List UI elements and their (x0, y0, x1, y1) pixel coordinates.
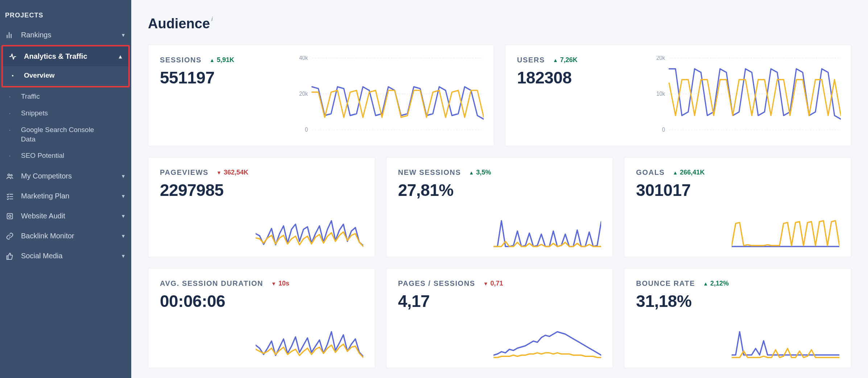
sidebar-sub-label: SEO Potential (21, 151, 64, 160)
sidebar-sub-label: Google Search Console Data (21, 125, 109, 144)
activity-icon (8, 53, 17, 61)
metric-label: SESSIONS (160, 56, 202, 64)
thumb-icon (5, 252, 15, 260)
chevron-down-icon: ▾ (122, 193, 125, 200)
metric-label: USERS (517, 56, 545, 64)
svg-rect-2 (7, 213, 13, 219)
card-pages-sessions[interactable]: PAGES / SESSIONS ▼0,71 4,17 (386, 268, 613, 368)
svg-text:10k: 10k (656, 91, 665, 97)
bars-icon (5, 31, 15, 39)
sidebar-item-analytics-traffic[interactable]: Analytics & Traffic ▴ (3, 46, 128, 66)
triangle-down-icon: ▼ (271, 281, 276, 287)
people-icon (5, 172, 15, 180)
sparkline-avg-duration (256, 329, 363, 361)
info-icon[interactable]: i (211, 16, 213, 22)
sidebar-sub-seo-potential[interactable]: · SEO Potential (0, 147, 131, 164)
page-title-text: Audience (148, 16, 210, 32)
triangle-down-icon: ▼ (483, 281, 488, 287)
triangle-up-icon: ▲ (673, 170, 678, 176)
sidebar-item-backlink-monitor[interactable]: Backlink Monitor ▾ (0, 226, 131, 246)
metric-value: 00:06:06 (160, 291, 363, 311)
sidebar-subnav-analytics-rest: · Traffic · Snippets · Google Search Con… (0, 87, 131, 166)
svg-text:20k: 20k (299, 91, 308, 97)
metric-label: NEW SESSIONS (398, 168, 461, 177)
sidebar-item-label: Analytics & Traffic (24, 52, 87, 61)
metric-delta: ▼0,71 (483, 280, 503, 287)
sidebar-section-label: PROJECTS (0, 12, 131, 25)
sidebar-item-label: Social Media (21, 252, 63, 260)
chevron-down-icon: ▾ (122, 233, 125, 239)
chart-users: 010k20k (651, 56, 841, 135)
card-avg-session-duration[interactable]: AVG. SESSION DURATION ▼10s 00:06:06 (148, 268, 375, 368)
svg-text:20k: 20k (656, 56, 665, 61)
checklist-icon (5, 192, 15, 200)
chevron-down-icon: ▾ (122, 173, 125, 180)
metric-value: 301017 (636, 180, 839, 200)
audit-icon (5, 212, 15, 220)
triangle-down-icon: ▼ (216, 170, 222, 176)
sparkline-bounce-rate (732, 329, 839, 361)
main-content: Audience i SESSIONS ▲5,91K 551197 020k40… (131, 0, 868, 378)
card-pageviews[interactable]: PAGEVIEWS ▼362,54K 2297985 (148, 157, 375, 257)
svg-text:40k: 40k (299, 56, 308, 61)
triangle-up-icon: ▲ (469, 170, 474, 176)
sparkline-pageviews (256, 218, 363, 250)
metric-value: 4,17 (398, 291, 602, 311)
metric-value: 27,81% (398, 180, 602, 200)
card-users[interactable]: USERS ▲7,26K 182308 010k20k (505, 45, 851, 146)
sidebar-item-social-media[interactable]: Social Media ▾ (0, 246, 131, 266)
metric-delta: ▼10s (271, 280, 289, 287)
sparkline-new-sessions (493, 218, 601, 250)
metric-delta: ▲266,41K (673, 169, 704, 176)
metric-delta: ▲7,26K (553, 56, 578, 64)
metric-delta: ▲2,12% (703, 280, 729, 287)
metric-value: 2297985 (160, 180, 363, 200)
sparkline-goals (732, 218, 839, 250)
sidebar-item-label: Rankings (21, 31, 51, 39)
sidebar-sub-label: Traffic (21, 92, 40, 101)
metric-label: BOUNCE RATE (636, 279, 695, 288)
sparkline-pages-sessions (493, 329, 601, 361)
card-new-sessions[interactable]: NEW SESSIONS ▲3,5% 27,81% (386, 157, 613, 257)
sidebar-item-competitors[interactable]: My Competitors ▾ (0, 166, 131, 186)
card-bounce-rate[interactable]: BOUNCE RATE ▲2,12% 31,18% (624, 268, 851, 368)
sidebar-item-website-audit[interactable]: Website Audit ▾ (0, 206, 131, 226)
chevron-down-icon: ▾ (122, 213, 125, 219)
sidebar-subnav-analytics: ▪ Overview (3, 66, 128, 86)
bullet-icon: · (5, 92, 15, 101)
card-goals[interactable]: GOALS ▲266,41K 301017 (624, 157, 851, 257)
sidebar-sub-traffic[interactable]: · Traffic (0, 88, 131, 105)
svg-text:0: 0 (662, 127, 665, 133)
svg-point-3 (9, 215, 11, 217)
sidebar-sub-label: Overview (24, 71, 55, 80)
card-sessions[interactable]: SESSIONS ▲5,91K 551197 020k40k (148, 45, 494, 146)
triangle-up-icon: ▲ (703, 281, 708, 287)
metric-label: GOALS (636, 168, 665, 177)
sidebar-item-label: My Competitors (21, 172, 72, 180)
chevron-down-icon: ▾ (122, 252, 125, 259)
metric-delta: ▲5,91K (210, 56, 234, 64)
sidebar-item-rankings[interactable]: Rankings ▾ (0, 25, 131, 45)
chart-sessions: 020k40k (294, 56, 484, 135)
sidebar-item-marketing-plan[interactable]: Marketing Plan ▾ (0, 186, 131, 206)
svg-text:0: 0 (305, 127, 308, 133)
sidebar-item-label: Backlink Monitor (21, 232, 74, 240)
chevron-down-icon: ▾ (122, 32, 125, 38)
metric-label: AVG. SESSION DURATION (160, 279, 263, 288)
sidebar-item-label: Website Audit (21, 212, 65, 220)
metric-delta: ▲3,5% (469, 169, 491, 176)
metric-value: 31,18% (636, 291, 839, 311)
sidebar-sub-snippets[interactable]: · Snippets (0, 105, 131, 122)
sidebar-sub-gsc-data[interactable]: · Google Search Console Data (0, 122, 116, 147)
bullet-icon: · (5, 108, 15, 118)
svg-point-0 (8, 174, 10, 176)
triangle-up-icon: ▲ (553, 57, 558, 63)
metric-label: PAGEVIEWS (160, 168, 208, 177)
svg-point-1 (11, 174, 12, 176)
chevron-up-icon: ▴ (119, 53, 122, 60)
bullet-icon: · (5, 125, 15, 135)
metric-delta: ▼362,54K (216, 169, 248, 176)
bullet-icon: · (5, 151, 15, 160)
sidebar-sub-overview[interactable]: ▪ Overview (3, 67, 128, 84)
sidebar: PROJECTS Rankings ▾ Analytics & Traffic … (0, 0, 131, 378)
